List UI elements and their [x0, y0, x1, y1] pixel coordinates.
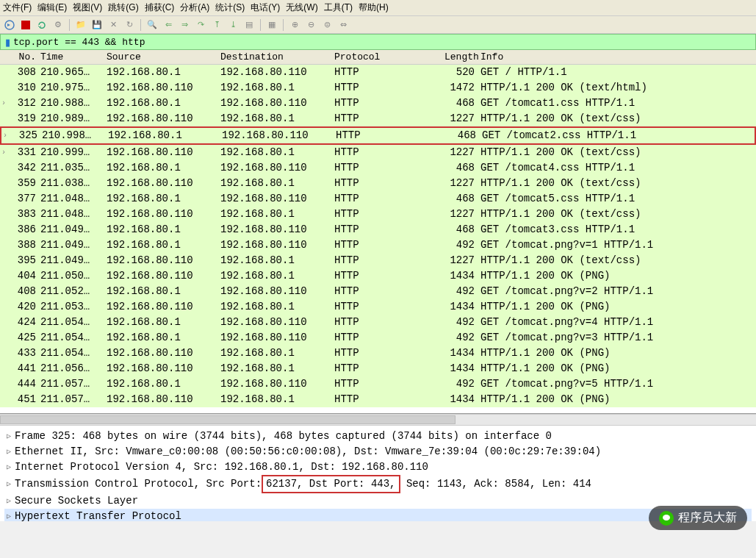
menu-wireless[interactable]: 无线(W) — [286, 1, 317, 14]
detail-frame-text: Frame 325: 468 bytes on wire (3744 bits)… — [15, 429, 552, 444]
zoom-out-icon[interactable]: ⊖ — [304, 18, 317, 32]
column-source[interactable]: Source — [107, 51, 220, 62]
packet-row[interactable]: 424211.054…192.168.80.1192.168.80.110HTT… — [0, 315, 756, 330]
find-packet-icon[interactable]: 🔍 — [145, 18, 159, 32]
packet-list-pane[interactable]: 308210.965…192.168.80.1192.168.80.110HTT… — [0, 65, 756, 414]
packet-list-header: No. Time Source Destination Protocol Len… — [0, 50, 756, 65]
go-last-icon[interactable]: ⤓ — [226, 18, 240, 32]
toolbar-separator — [283, 19, 284, 31]
expander-icon[interactable]: ▷ — [4, 493, 13, 509]
toolbar-separator — [260, 19, 261, 31]
display-filter-input[interactable] — [13, 37, 751, 48]
menu-capture[interactable]: 捕获(C) — [145, 1, 175, 14]
detail-ssl[interactable]: ▷ Secure Sockets Layer — [4, 493, 752, 509]
packet-row[interactable]: 441211.056…192.168.80.110192.168.80.1HTT… — [0, 361, 756, 376]
expander-icon[interactable]: ▷ — [4, 476, 13, 492]
detail-ethernet-text: Ethernet II, Src: Vmware_c0:00:08 (00:50… — [15, 444, 601, 459]
zoom-reset-icon[interactable]: ⊜ — [320, 18, 334, 32]
expander-icon[interactable]: ▷ — [4, 444, 13, 459]
menu-tools[interactable]: 工具(T) — [324, 1, 353, 14]
display-filter-bar: ▮ — [0, 34, 756, 50]
packet-row[interactable]: ›325210.998…192.168.80.1192.168.80.110HT… — [0, 126, 756, 145]
watermark-text: 程序员大新 — [678, 510, 737, 526]
menu-file[interactable]: 文件(F) — [3, 1, 32, 14]
reload-icon[interactable]: ↻ — [123, 18, 136, 32]
wechat-icon — [659, 511, 674, 526]
options-icon[interactable]: ⚙ — [51, 18, 65, 32]
detail-tcp[interactable]: ▷ Transmission Control Protocol, Src Por… — [4, 475, 752, 493]
column-info[interactable]: Info — [478, 51, 756, 62]
detail-ssl-text: Secure Sockets Layer — [15, 493, 138, 509]
go-back-icon[interactable]: ⇐ — [162, 18, 175, 32]
menu-view[interactable]: 视图(V) — [73, 1, 102, 14]
close-file-icon[interactable]: ✕ — [107, 18, 120, 32]
jump-icon[interactable]: ↷ — [194, 18, 207, 32]
start-capture-icon[interactable] — [3, 18, 16, 32]
highlight-ports-box: 62137, Dst Port: 443, — [262, 475, 400, 493]
packet-row[interactable]: 425211.054…192.168.80.1192.168.80.110HTT… — [0, 330, 756, 346]
watermark-badge: 程序员大新 — [649, 506, 747, 530]
packet-row[interactable]: 342211.035…192.168.80.1192.168.80.110HTT… — [0, 160, 756, 176]
menubar: 文件(F) 编辑(E) 视图(V) 跳转(G) 捕获(C) 分析(A) 统计(S… — [0, 0, 756, 16]
toolbar-separator — [69, 19, 70, 31]
save-file-icon[interactable]: 💾 — [90, 18, 104, 32]
horizontal-scrollbar[interactable] — [0, 414, 756, 426]
packet-row[interactable]: 433211.054…192.168.80.110192.168.80.1HTT… — [0, 346, 756, 361]
detail-frame[interactable]: ▷ Frame 325: 468 bytes on wire (3744 bit… — [4, 429, 752, 444]
detail-http[interactable]: ▷ Hypertext Transfer Protocol — [4, 509, 752, 521]
restart-capture-icon[interactable] — [35, 18, 48, 32]
expander-icon[interactable]: ▷ — [4, 459, 13, 475]
packet-details-pane[interactable]: ▷ Frame 325: 468 bytes on wire (3744 bit… — [0, 426, 756, 521]
packet-row[interactable]: ›312210.988…192.168.80.1192.168.80.110HT… — [0, 96, 756, 111]
column-protocol[interactable]: Protocol — [334, 51, 444, 62]
column-destination[interactable]: Destination — [220, 51, 334, 62]
menu-help[interactable]: 帮助(H) — [359, 1, 389, 14]
detail-ip-text: Internet Protocol Version 4, Src: 192.16… — [15, 459, 428, 475]
menu-telephony[interactable]: 电话(Y) — [251, 1, 280, 14]
column-time[interactable]: Time — [40, 51, 107, 62]
packet-row[interactable]: 359211.038…192.168.80.110192.168.80.1HTT… — [0, 176, 756, 191]
packet-row[interactable]: 386211.049…192.168.80.1192.168.80.110HTT… — [0, 222, 756, 237]
open-file-icon[interactable]: 📁 — [74, 18, 87, 32]
packet-row[interactable]: 383211.048…192.168.80.110192.168.80.1HTT… — [0, 207, 756, 222]
go-forward-icon[interactable]: ⇒ — [178, 18, 191, 32]
stop-capture-icon[interactable] — [19, 18, 32, 32]
packet-row[interactable]: 451211.057…192.168.80.110192.168.80.1HTT… — [0, 392, 756, 407]
detail-ethernet[interactable]: ▷ Ethernet II, Src: Vmware_c0:00:08 (00:… — [4, 444, 752, 459]
go-first-icon[interactable]: ⤒ — [210, 18, 223, 32]
packet-row[interactable]: ›331210.999…192.168.80.110192.168.80.1HT… — [0, 145, 756, 160]
autoscroll-icon[interactable]: ▤ — [242, 18, 256, 32]
packet-row[interactable]: 310210.975…192.168.80.110192.168.80.1HTT… — [0, 80, 756, 96]
packet-row[interactable]: 395211.049…192.168.80.110192.168.80.1HTT… — [0, 253, 756, 268]
column-no[interactable]: No. — [7, 51, 40, 62]
colorize-icon[interactable]: ▦ — [265, 18, 278, 32]
toolbar-separator — [140, 19, 141, 31]
detail-ip[interactable]: ▷ Internet Protocol Version 4, Src: 192.… — [4, 459, 752, 475]
resize-columns-icon[interactable]: ⇔ — [336, 18, 350, 32]
column-length[interactable]: Length — [444, 51, 478, 62]
packet-row[interactable]: 408211.052…192.168.80.1192.168.80.110HTT… — [0, 284, 756, 299]
menu-analyze[interactable]: 分析(A) — [180, 1, 209, 14]
packet-row[interactable]: 420211.053…192.168.80.110192.168.80.1HTT… — [0, 299, 756, 315]
packet-row[interactable]: 377211.048…192.168.80.1192.168.80.110HTT… — [0, 191, 756, 207]
expander-icon[interactable]: ▷ — [4, 509, 13, 521]
toolbar: ⚙ 📁 💾 ✕ ↻ 🔍 ⇐ ⇒ ↷ ⤒ ⤓ ▤ ▦ ⊕ ⊖ ⊜ ⇔ — [0, 16, 756, 34]
menu-goto[interactable]: 跳转(G) — [108, 1, 138, 14]
zoom-in-icon[interactable]: ⊕ — [288, 18, 301, 32]
packet-row[interactable]: 319210.989…192.168.80.110192.168.80.1HTT… — [0, 111, 756, 126]
packet-row[interactable]: 404211.050…192.168.80.110192.168.80.1HTT… — [0, 268, 756, 284]
packet-row[interactable]: 444211.057…192.168.80.1192.168.80.110HTT… — [0, 376, 756, 392]
expander-icon[interactable]: ▷ — [4, 429, 13, 444]
filter-bookmark-icon[interactable]: ▮ — [5, 37, 10, 48]
detail-http-text: Hypertext Transfer Protocol — [15, 509, 181, 521]
packet-row[interactable]: 388211.049…192.168.80.1192.168.80.110HTT… — [0, 237, 756, 253]
menu-edit[interactable]: 编辑(E) — [37, 1, 67, 14]
menu-stats[interactable]: 统计(S) — [215, 1, 245, 14]
detail-tcp-text: Transmission Control Protocol, Src Port:… — [15, 475, 591, 493]
packet-row[interactable]: 308210.965…192.168.80.1192.168.80.110HTT… — [0, 65, 756, 80]
